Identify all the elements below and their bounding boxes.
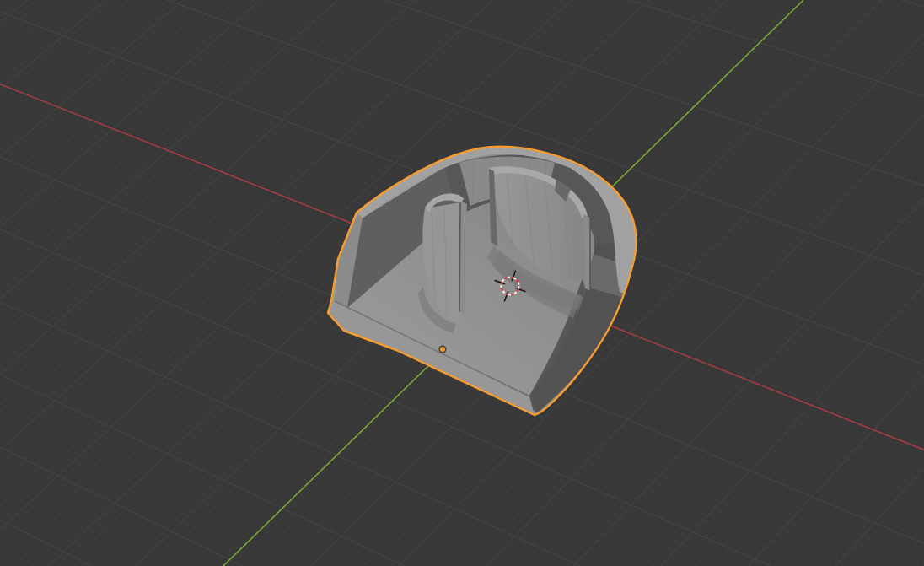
grid-line [705,0,924,566]
grid-line [0,520,924,566]
grid-line [0,0,98,566]
left-arc-cut-edge [459,202,460,312]
grid-line [0,0,28,566]
grid-line [0,0,307,566]
object-origin-dot [438,345,446,353]
left-arc-wall [418,193,467,333]
grid-line [0,469,924,566]
grid-line [0,0,330,566]
grid-line [0,0,222,566]
grid-line [766,0,924,566]
grid-line [0,0,59,566]
grid-line [0,0,924,88]
grid-line [0,0,924,7]
3d-viewport[interactable] [0,0,924,566]
grid-line [669,0,924,566]
grid-line [0,0,338,566]
viewport-canvas[interactable] [0,0,924,566]
grid-line [599,0,924,566]
